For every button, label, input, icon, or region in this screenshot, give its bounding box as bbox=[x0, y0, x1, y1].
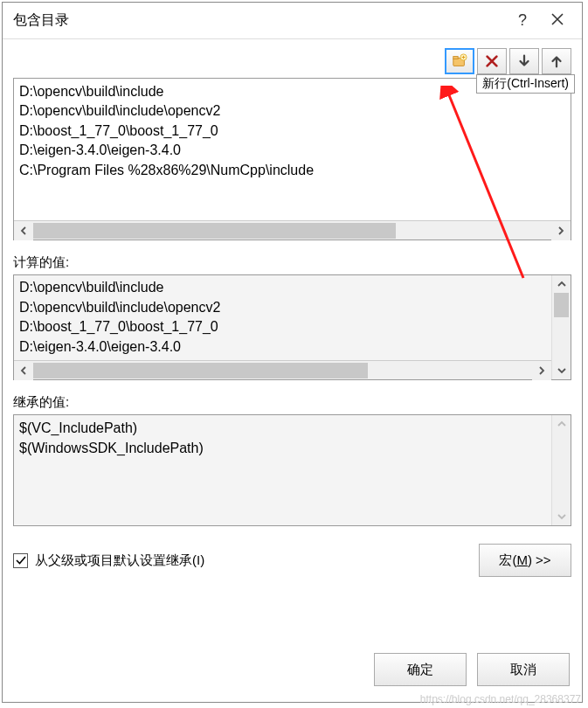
hscroll-track[interactable] bbox=[33, 361, 532, 379]
inherited-vscrollbar[interactable] bbox=[551, 415, 571, 525]
dialog-title: 包含目录 bbox=[13, 11, 505, 30]
list-item: D:\eigen-3.4.0\eigen-3.4.0 bbox=[19, 337, 546, 357]
computed-values-label: 计算的值: bbox=[13, 254, 571, 271]
macro-button[interactable]: 宏(M) >> bbox=[479, 544, 571, 577]
entries-toolbar: 新行(Ctrl-Insert) bbox=[13, 48, 571, 74]
options-row: 从父级或项目默认设置继承(I) 宏(M) >> bbox=[13, 544, 571, 577]
scroll-left-icon[interactable] bbox=[14, 221, 33, 240]
hscroll-track[interactable] bbox=[33, 221, 551, 239]
move-down-button[interactable] bbox=[509, 48, 539, 74]
newline-tooltip: 新行(Ctrl-Insert) bbox=[476, 74, 575, 94]
close-icon bbox=[550, 12, 564, 26]
move-up-button[interactable] bbox=[542, 48, 571, 74]
scroll-down-icon[interactable] bbox=[552, 362, 571, 379]
delete-x-icon bbox=[484, 53, 500, 69]
watermark: https://blog.csdn.net/qq_28368377 bbox=[420, 693, 581, 705]
ok-button[interactable]: 确定 bbox=[374, 653, 467, 686]
scroll-down-icon[interactable] bbox=[552, 508, 571, 525]
computed-values-list: D:\opencv\build\include D:\opencv\build\… bbox=[14, 275, 551, 360]
inherited-values-list: $(VC_IncludePath) $(WindowsSDK_IncludePa… bbox=[14, 415, 551, 525]
arrow-up-icon bbox=[549, 53, 564, 69]
help-button[interactable]: ? bbox=[505, 11, 540, 30]
list-item: D:\opencv\build\include\opencv2 bbox=[19, 298, 546, 318]
dialog-buttons: 确定 取消 bbox=[3, 635, 582, 702]
list-item[interactable]: D:\opencv\build\include\opencv2 bbox=[19, 101, 565, 121]
hscroll-thumb[interactable] bbox=[33, 363, 368, 378]
inherited-values-label: 继承的值: bbox=[13, 394, 571, 411]
list-item: D:\boost_1_77_0\boost_1_77_0 bbox=[19, 317, 546, 337]
entries-list: D:\opencv\build\include D:\opencv\build\… bbox=[14, 79, 571, 184]
new-line-button[interactable] bbox=[445, 48, 474, 74]
vscroll-track[interactable] bbox=[552, 433, 571, 508]
titlebar: 包含目录 ? bbox=[3, 3, 582, 39]
scroll-right-icon[interactable] bbox=[551, 221, 571, 240]
vscroll-thumb[interactable] bbox=[554, 293, 569, 317]
scroll-right-icon[interactable] bbox=[532, 361, 551, 380]
list-item: $(VC_IncludePath) bbox=[19, 419, 546, 439]
arrow-down-icon bbox=[516, 53, 532, 69]
scroll-up-icon[interactable] bbox=[552, 415, 571, 433]
cancel-button[interactable]: 取消 bbox=[477, 653, 570, 686]
svg-rect-1 bbox=[453, 57, 458, 59]
checkmark-icon bbox=[16, 555, 26, 566]
close-button[interactable] bbox=[540, 12, 575, 29]
hscroll-thumb[interactable] bbox=[33, 223, 396, 239]
scroll-left-icon[interactable] bbox=[14, 361, 33, 380]
vscroll-track[interactable] bbox=[552, 293, 571, 362]
delete-button[interactable] bbox=[477, 48, 507, 74]
entries-listbox[interactable]: D:\opencv\build\include D:\opencv\build\… bbox=[13, 78, 571, 240]
computed-vscrollbar[interactable] bbox=[551, 275, 571, 379]
include-directories-dialog: 包含目录 ? bbox=[2, 2, 583, 703]
inherit-checkbox[interactable]: 从父级或项目默认设置继承(I) bbox=[13, 552, 470, 569]
list-item: $(WindowsSDK_IncludePath) bbox=[19, 439, 546, 459]
computed-hscrollbar[interactable] bbox=[14, 360, 551, 379]
list-item: D:\opencv\build\include bbox=[19, 278, 546, 298]
dialog-content: 新行(Ctrl-Insert) D:\opencv\build\include … bbox=[3, 39, 582, 635]
checkbox-box bbox=[13, 553, 28, 568]
inherited-values-box: $(VC_IncludePath) $(WindowsSDK_IncludePa… bbox=[13, 414, 571, 526]
entries-hscrollbar[interactable] bbox=[14, 220, 571, 239]
computed-values-box: D:\opencv\build\include D:\opencv\build\… bbox=[13, 274, 571, 380]
list-item[interactable]: D:\eigen-3.4.0\eigen-3.4.0 bbox=[19, 141, 565, 160]
scroll-up-icon[interactable] bbox=[552, 275, 571, 293]
folder-new-icon bbox=[452, 53, 467, 69]
inherit-checkbox-label: 从父级或项目默认设置继承(I) bbox=[35, 552, 204, 569]
list-item[interactable]: D:\boost_1_77_0\boost_1_77_0 bbox=[19, 121, 565, 141]
list-item[interactable]: C:\Program Files %28x86%29\NumCpp\includ… bbox=[19, 161, 565, 180]
